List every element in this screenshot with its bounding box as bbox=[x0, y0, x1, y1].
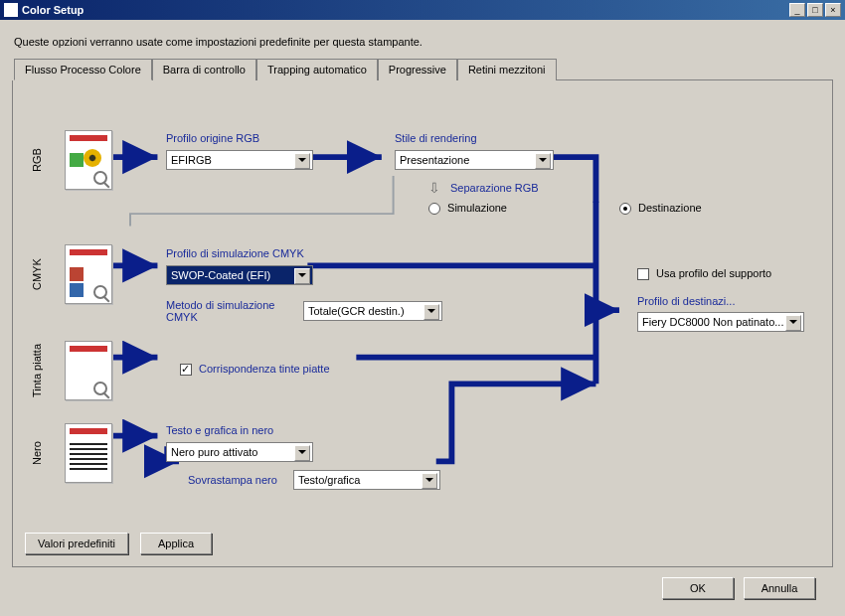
label-rgb-source: Profilo origine RGB bbox=[166, 132, 259, 144]
doc-icon-rgb bbox=[65, 130, 112, 190]
page-subtitle: Queste opzioni verranno usate come impos… bbox=[14, 36, 833, 48]
label-cmyk-sim-method: Metodo di simulazione CMYK bbox=[166, 299, 295, 323]
tab-panel: RGB Profilo origine RGB EFIRGB Stile di … bbox=[12, 80, 833, 567]
label-rgb-separation: Separazione RGB bbox=[450, 182, 539, 194]
titlebar: Color Setup _ □ × bbox=[0, 0, 845, 20]
dropdown-rendering-style-value: Presentazione bbox=[400, 154, 469, 166]
row-label-black: Nero bbox=[31, 423, 43, 483]
label-cmyk-sim-profile: Profilo di simulazione CMYK bbox=[166, 247, 304, 259]
apply-button[interactable]: Applica bbox=[140, 533, 212, 554]
dropdown-black-text-value: Nero puro attivato bbox=[171, 446, 257, 458]
dropdown-dest-profile[interactable]: Fiery DC8000 Non patinato... bbox=[637, 312, 804, 332]
tab-color-flow[interactable]: Flusso Processo Colore bbox=[14, 59, 152, 80]
doc-icon-cmyk bbox=[65, 244, 112, 304]
label-rendering-style: Stile di rendering bbox=[395, 132, 477, 144]
dropdown-black-overprint[interactable]: Testo/grafica bbox=[293, 470, 440, 490]
checkbox-use-media-profile-input[interactable] bbox=[637, 268, 649, 280]
close-button[interactable]: × bbox=[825, 3, 841, 17]
radio-destination-label: Destinazione bbox=[638, 202, 702, 214]
dropdown-black-overprint-value: Testo/grafica bbox=[298, 474, 360, 486]
doc-icon-spot bbox=[65, 341, 112, 400]
dropdown-rendering-style[interactable]: Presentazione bbox=[395, 150, 554, 170]
checkbox-use-media-profile-label: Usa profilo del supporto bbox=[656, 267, 771, 279]
tab-progressive[interactable]: Progressive bbox=[378, 59, 457, 80]
ok-button[interactable]: OK bbox=[662, 577, 734, 599]
radio-destination-input[interactable] bbox=[619, 203, 631, 215]
checkbox-spot-match[interactable]: Corrispondenza tinte piatte bbox=[180, 363, 330, 376]
defaults-button[interactable]: Valori predefiniti bbox=[25, 533, 128, 554]
dropdown-cmyk-profile-value: SWOP-Coated (EFI) bbox=[171, 269, 270, 281]
maximize-button[interactable]: □ bbox=[807, 3, 823, 17]
dropdown-dest-profile-value: Fiery DC8000 Non patinato... bbox=[642, 316, 783, 328]
radio-destination[interactable]: Destinazione bbox=[619, 202, 702, 215]
row-label-cmyk: CMYK bbox=[31, 244, 43, 304]
dropdown-rgb-source[interactable]: EFIRGB bbox=[166, 150, 313, 170]
window-title: Color Setup bbox=[22, 4, 789, 16]
radio-simulation-input[interactable] bbox=[428, 203, 440, 215]
dropdown-cmyk-method[interactable]: Totale(GCR destin.) bbox=[303, 301, 442, 321]
dropdown-cmyk-profile[interactable]: SWOP-Coated (EFI) bbox=[166, 265, 313, 285]
radio-simulation-label: Simulazione bbox=[447, 202, 507, 214]
minimize-button[interactable]: _ bbox=[789, 3, 805, 17]
dropdown-black-text[interactable]: Nero puro attivato bbox=[166, 442, 313, 462]
doc-icon-black bbox=[65, 423, 112, 483]
app-icon bbox=[4, 3, 18, 17]
radio-simulation[interactable]: Simulazione bbox=[428, 202, 507, 215]
row-label-spot: Tinta piatta bbox=[31, 341, 43, 400]
tab-halftone[interactable]: Retini mezzitoni bbox=[457, 59, 557, 80]
label-black-overprint: Sovrastampa nero bbox=[188, 474, 277, 486]
label-black-text: Testo e grafica in nero bbox=[166, 424, 273, 436]
tab-auto-trapping[interactable]: Trapping automatico bbox=[256, 59, 378, 80]
down-arrow-icon: ⇩ bbox=[428, 180, 440, 196]
tabs: Flusso Processo Colore Barra di controll… bbox=[14, 58, 833, 80]
checkbox-spot-match-input[interactable] bbox=[180, 364, 192, 376]
row-label-rgb: RGB bbox=[31, 130, 43, 190]
label-dest-profile: Profilo di destinazi... bbox=[637, 295, 735, 307]
checkbox-spot-match-label: Corrispondenza tinte piatte bbox=[199, 363, 329, 375]
flow-diagram: RGB Profilo origine RGB EFIRGB Stile di … bbox=[33, 100, 812, 507]
dropdown-rgb-source-value: EFIRGB bbox=[171, 154, 212, 166]
tab-control-bar[interactable]: Barra di controllo bbox=[152, 59, 256, 80]
checkbox-use-media-profile[interactable]: Usa profilo del supporto bbox=[637, 267, 771, 280]
dropdown-cmyk-method-value: Totale(GCR destin.) bbox=[308, 305, 405, 317]
cancel-button[interactable]: Annulla bbox=[744, 577, 815, 599]
